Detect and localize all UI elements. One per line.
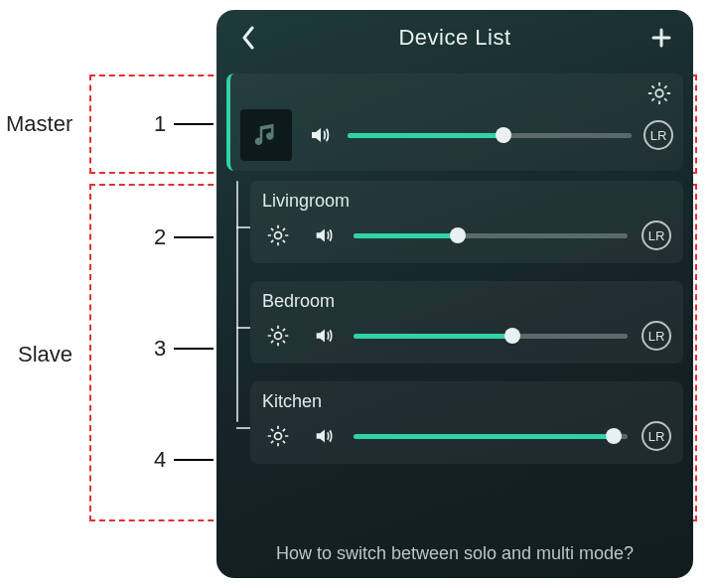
svg-point-4 bbox=[275, 333, 282, 340]
slider-thumb bbox=[606, 428, 622, 444]
svg-point-2 bbox=[655, 89, 662, 96]
gear-icon bbox=[265, 423, 291, 449]
annotation-leader-2 bbox=[174, 236, 214, 238]
slave-volume-slider[interactable] bbox=[354, 424, 628, 448]
slave-volume-slider[interactable] bbox=[354, 223, 628, 247]
slave-device-card: Livingroom LR bbox=[250, 181, 683, 263]
chevron-left-icon bbox=[239, 25, 257, 51]
gear-icon bbox=[645, 79, 673, 107]
slider-fill bbox=[354, 334, 512, 339]
slave-name-label: Kitchen bbox=[262, 391, 671, 412]
annotation-leader-3 bbox=[174, 348, 214, 350]
gear-icon bbox=[265, 222, 291, 248]
channel-label: LR bbox=[648, 228, 665, 243]
channel-label: LR bbox=[648, 429, 665, 444]
master-mute-button[interactable] bbox=[304, 119, 336, 151]
speaker-icon bbox=[313, 425, 335, 447]
slider-fill bbox=[354, 233, 458, 238]
speaker-icon bbox=[313, 325, 335, 347]
slider-thumb bbox=[504, 328, 520, 344]
master-channel-button[interactable]: LR bbox=[644, 120, 673, 150]
slave-settings-button[interactable] bbox=[262, 320, 294, 352]
slave-volume-slider[interactable] bbox=[354, 324, 628, 348]
slave-device-card: Kitchen LR bbox=[250, 381, 683, 464]
channel-label: LR bbox=[650, 128, 667, 143]
slave-mute-button[interactable] bbox=[308, 420, 340, 452]
slave-mute-button[interactable] bbox=[308, 320, 340, 352]
slave-channel-button[interactable]: LR bbox=[642, 220, 671, 250]
annotation-master-label: Master bbox=[6, 111, 72, 137]
back-button[interactable] bbox=[230, 20, 266, 56]
slave-device-card: Bedroom LR bbox=[250, 281, 683, 364]
device-list-screen: Device List LR Livingroom bbox=[216, 10, 693, 578]
master-volume-slider[interactable] bbox=[348, 123, 632, 147]
page-title: Device List bbox=[266, 25, 644, 51]
gear-icon bbox=[265, 323, 291, 349]
slave-name-label: Bedroom bbox=[262, 291, 671, 312]
slave-settings-button[interactable] bbox=[262, 420, 294, 452]
master-settings-button[interactable] bbox=[644, 77, 675, 109]
master-device-card: LR bbox=[226, 74, 683, 171]
annotation-num-1: 1 bbox=[154, 111, 166, 137]
slider-fill bbox=[348, 133, 503, 138]
slider-thumb bbox=[450, 227, 466, 243]
add-device-button[interactable] bbox=[644, 20, 679, 56]
annotation-leader-1 bbox=[174, 123, 214, 125]
slave-name-label: Livingroom bbox=[262, 191, 671, 212]
slave-channel-button[interactable]: LR bbox=[642, 321, 671, 351]
slave-channel-button[interactable]: LR bbox=[642, 421, 671, 451]
annotation-num-2: 2 bbox=[154, 224, 166, 250]
header-bar: Device List bbox=[216, 10, 693, 66]
annotation-num-4: 4 bbox=[154, 447, 166, 473]
slider-thumb bbox=[496, 127, 511, 143]
slider-fill bbox=[354, 434, 614, 439]
svg-point-5 bbox=[275, 433, 282, 440]
annotation-leader-4 bbox=[174, 459, 214, 461]
slave-settings-button[interactable] bbox=[262, 220, 294, 251]
annotation-num-3: 3 bbox=[154, 336, 166, 362]
now-playing-art[interactable] bbox=[240, 109, 292, 161]
channel-label: LR bbox=[648, 329, 665, 344]
annotation-slave-label: Slave bbox=[18, 342, 72, 368]
speaker-icon bbox=[313, 224, 335, 246]
slave-mute-button[interactable] bbox=[308, 220, 340, 251]
slave-device-tree: Livingroom LR Bedroom bbox=[226, 181, 683, 464]
svg-point-3 bbox=[275, 232, 282, 239]
help-hint-link[interactable]: How to switch between solo and multi mod… bbox=[216, 529, 693, 578]
music-note-icon bbox=[251, 120, 281, 150]
speaker-icon bbox=[308, 123, 332, 147]
plus-icon bbox=[650, 27, 672, 49]
help-hint-text: How to switch between solo and multi mod… bbox=[276, 543, 634, 563]
